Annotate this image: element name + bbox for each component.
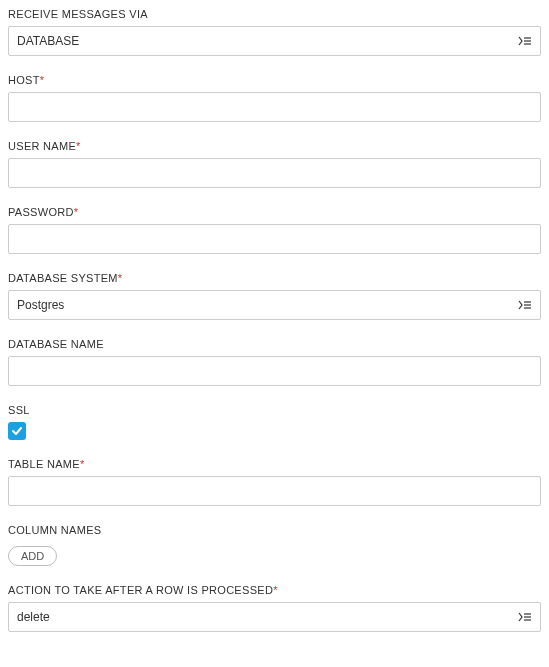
field-host: HOST* [8,74,541,122]
field-table-name: TABLE NAME* [8,458,541,506]
field-column-names: COLUMN NAMES ADD [8,524,541,566]
field-receive-via: RECEIVE MESSAGES VIA DATABASE [8,8,541,56]
select-receive-via[interactable]: DATABASE [8,26,541,56]
label-password: PASSWORD* [8,206,541,218]
label-db-name: DATABASE NAME [8,338,541,350]
input-password[interactable] [8,224,541,254]
dropdown-icon [518,298,532,312]
dropdown-icon [518,610,532,624]
label-db-system: DATABASE SYSTEM* [8,272,541,284]
check-icon [11,425,23,437]
dropdown-icon [518,34,532,48]
required-icon: * [80,458,85,470]
required-icon: * [74,206,79,218]
input-username[interactable] [8,158,541,188]
label-receive-via: RECEIVE MESSAGES VIA [8,8,541,20]
add-button[interactable]: ADD [8,546,57,566]
label-table-name: TABLE NAME* [8,458,541,470]
field-username: USER NAME* [8,140,541,188]
field-ssl: SSL [8,404,541,440]
label-column-names: COLUMN NAMES [8,524,541,536]
field-action: ACTION TO TAKE AFTER A ROW IS PROCESSED*… [8,584,541,632]
field-password: PASSWORD* [8,206,541,254]
select-value-receive-via: DATABASE [17,34,79,48]
input-host[interactable] [8,92,541,122]
select-db-system[interactable]: Postgres [8,290,541,320]
required-icon: * [273,584,278,596]
input-table-name[interactable] [8,476,541,506]
label-host: HOST* [8,74,541,86]
input-db-name[interactable] [8,356,541,386]
label-ssl: SSL [8,404,541,416]
select-value-db-system: Postgres [17,298,64,312]
checkbox-ssl[interactable] [8,422,26,440]
required-icon: * [76,140,81,152]
field-db-system: DATABASE SYSTEM* Postgres [8,272,541,320]
required-icon: * [118,272,123,284]
field-db-name: DATABASE NAME [8,338,541,386]
required-icon: * [40,74,45,86]
select-value-action: delete [17,610,50,624]
select-action[interactable]: delete [8,602,541,632]
label-action: ACTION TO TAKE AFTER A ROW IS PROCESSED* [8,584,541,596]
label-username: USER NAME* [8,140,541,152]
